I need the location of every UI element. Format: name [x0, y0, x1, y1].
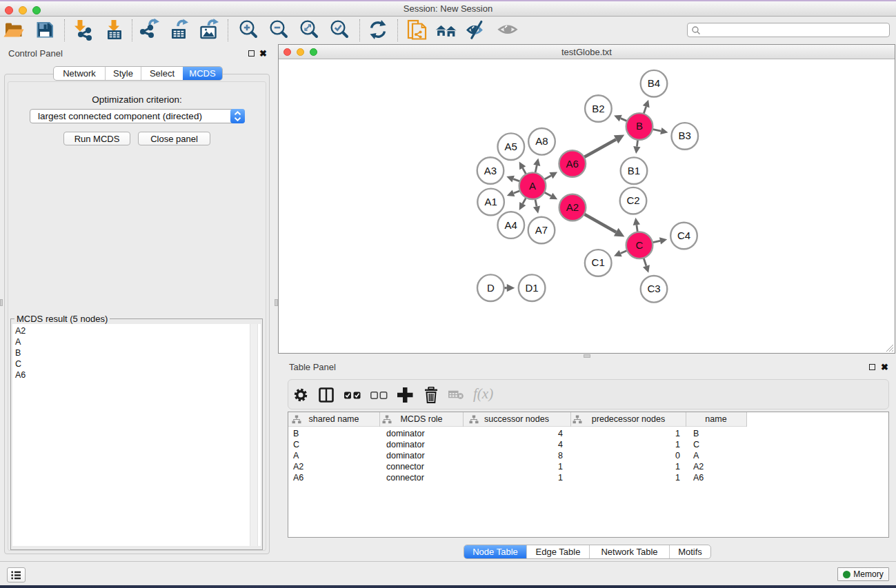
svg-text:A2: A2 [566, 201, 579, 213]
svg-text:B1: B1 [628, 165, 640, 176]
svg-text:C3: C3 [647, 283, 660, 294]
svg-text:C4: C4 [677, 230, 690, 241]
svg-text:B3: B3 [679, 130, 691, 141]
svg-text:A: A [529, 180, 536, 192]
svg-text:C1: C1 [592, 256, 605, 268]
svg-text:B: B [636, 120, 643, 132]
svg-text:A3: A3 [484, 165, 497, 176]
svg-text:B2: B2 [592, 103, 604, 114]
svg-text:D1: D1 [526, 282, 539, 294]
svg-text:C2: C2 [626, 194, 639, 206]
svg-text:B4: B4 [648, 77, 660, 89]
svg-text:C: C [636, 239, 644, 251]
svg-text:A4: A4 [505, 219, 517, 231]
svg-text:A8: A8 [535, 135, 548, 147]
svg-text:A6: A6 [566, 158, 579, 170]
svg-text:D: D [487, 282, 495, 294]
svg-text:A1: A1 [484, 196, 497, 207]
svg-text:A5: A5 [505, 141, 517, 152]
svg-text:A7: A7 [535, 224, 548, 236]
